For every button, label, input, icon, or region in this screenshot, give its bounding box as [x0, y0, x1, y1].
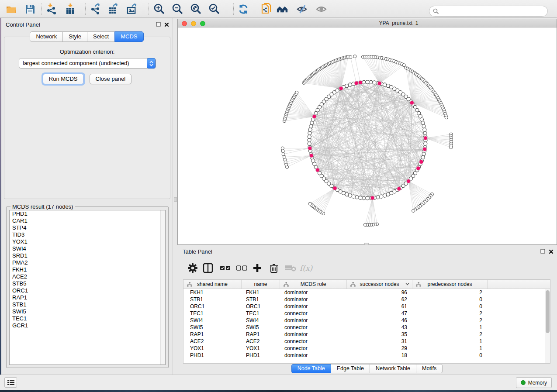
search-input[interactable] [439, 8, 547, 14]
mcds-result-item[interactable]: STP4 [10, 224, 165, 231]
table-row[interactable]: TEC1TEC1connector472 [183, 310, 550, 317]
column-header-successor-nodes[interactable]: successor nodes [347, 280, 412, 289]
network-node[interactable] [450, 146, 453, 149]
table-options-gear-icon[interactable] [188, 262, 197, 274]
network-node[interactable] [373, 81, 376, 84]
mcds-result-item[interactable]: PHD1 [10, 210, 165, 217]
network-node[interactable] [308, 131, 311, 135]
mcds-result-item[interactable]: STB5 [10, 280, 165, 287]
network-node[interactable] [310, 121, 314, 124]
save-icon[interactable] [24, 3, 36, 15]
delete-column-trash-icon[interactable] [270, 262, 278, 274]
network-node[interactable] [386, 193, 390, 196]
network-node[interactable] [295, 91, 298, 94]
network-node[interactable] [380, 195, 383, 198]
mcds-list-scrollbar[interactable] [160, 210, 165, 364]
network-node[interactable] [383, 83, 386, 86]
zoom-fit-icon[interactable] [190, 3, 202, 15]
mcds-result-item[interactable]: SRD1 [10, 252, 165, 259]
table-scrollbar[interactable] [545, 289, 550, 363]
mcds-result-item[interactable]: GCR1 [10, 322, 165, 329]
network-node[interactable] [369, 80, 373, 84]
show-neighbors-icon[interactable] [277, 3, 288, 15]
network-node[interactable] [281, 150, 284, 153]
network-node[interactable] [362, 196, 366, 200]
close-panel-icon[interactable] [164, 22, 169, 27]
mcds-hub-node[interactable] [315, 168, 319, 172]
tab-edge-table[interactable]: Edge Table [331, 364, 370, 373]
tab-select[interactable]: Select [87, 31, 115, 42]
network-node[interactable] [420, 118, 423, 121]
table-row[interactable]: PHD1PHD1dominator180 [183, 352, 550, 359]
network-node[interactable] [421, 155, 425, 159]
table-row[interactable]: FKH1FKH1dominator962 [183, 289, 550, 296]
network-node[interactable] [422, 152, 426, 156]
network-node[interactable] [311, 159, 315, 162]
network-node[interactable] [423, 128, 426, 131]
network-node[interactable] [308, 142, 311, 145]
table-mode-icon[interactable] [203, 262, 213, 274]
mcds-hub-node[interactable] [406, 179, 410, 183]
network-node[interactable] [366, 80, 369, 84]
mcds-hub-node[interactable] [309, 154, 313, 158]
close-panel-button[interactable]: Close panel [90, 74, 132, 84]
mcds-hub-node[interactable] [354, 81, 358, 85]
network-node[interactable] [353, 55, 356, 58]
network-node[interactable] [352, 195, 355, 198]
network-node[interactable] [349, 55, 352, 58]
table-row[interactable]: SWI4SWI4dominator462 [183, 317, 550, 324]
column-header-name[interactable]: name [242, 280, 280, 289]
table-row[interactable]: YOX1YOX1connector291 [183, 345, 550, 352]
mcds-hub-node[interactable] [419, 160, 423, 164]
network-node[interactable] [421, 121, 425, 124]
table-row[interactable]: SWI5SWI5connector431 [183, 324, 550, 331]
mcds-result-item[interactable]: SWI4 [10, 245, 165, 252]
network-node[interactable] [308, 135, 311, 138]
mcds-result-item[interactable]: ACE2 [10, 273, 165, 280]
network-node[interactable] [363, 223, 367, 226]
mcds-result-item[interactable]: ORC1 [10, 287, 165, 294]
network-node[interactable] [376, 196, 380, 199]
refresh-icon[interactable] [237, 3, 249, 15]
network-window-titlebar[interactable]: YPA_prune.txt_1 [178, 19, 557, 28]
table-row[interactable]: ACE2ACE2connector311 [183, 338, 550, 345]
task-history-button[interactable] [4, 377, 17, 388]
mcds-result-item[interactable]: STB1 [10, 301, 165, 308]
column-header-shared-name[interactable]: shared name [183, 280, 242, 289]
run-mcds-button[interactable]: Run MCDS [43, 74, 84, 84]
network-node[interactable] [366, 196, 369, 200]
import-table-icon[interactable] [65, 3, 76, 15]
export-image-icon[interactable] [126, 3, 138, 15]
network-node[interactable] [345, 84, 349, 88]
mcds-hub-node[interactable] [370, 196, 374, 200]
clone-network-icon[interactable] [260, 3, 272, 15]
tab-node-table[interactable]: Node Table [291, 364, 331, 373]
float-panel-icon[interactable] [540, 249, 546, 254]
tab-motifs[interactable]: Motifs [416, 364, 443, 373]
zoom-selected-icon[interactable] [208, 3, 220, 15]
close-panel-icon[interactable] [549, 249, 554, 254]
export-network-icon[interactable] [90, 3, 102, 15]
mcds-hub-node[interactable] [308, 146, 312, 150]
deselect-all-icon[interactable] [236, 262, 247, 274]
tab-mcds[interactable]: MCDS [114, 31, 143, 42]
table-scrollbar-thumb[interactable] [546, 290, 550, 333]
mcds-hub-node[interactable] [397, 187, 401, 191]
network-node[interactable] [348, 194, 352, 197]
mcds-result-item[interactable]: TEC1 [10, 315, 165, 322]
show-eye-icon[interactable] [315, 3, 327, 15]
network-node[interactable] [309, 124, 313, 128]
mcds-hub-node[interactable] [377, 81, 381, 85]
table-row[interactable]: RAP1RAP1dominator352 [183, 331, 550, 338]
network-node[interactable] [412, 209, 415, 212]
mcds-result-item[interactable]: RAP1 [10, 294, 165, 301]
mcds-hub-node[interactable] [333, 186, 337, 190]
table-row[interactable]: ORC1ORC1dominator610 [183, 303, 550, 310]
network-node[interactable] [348, 83, 352, 86]
select-all-icon[interactable] [220, 262, 231, 274]
network-node[interactable] [359, 196, 362, 199]
network-node[interactable] [281, 147, 284, 150]
tab-style[interactable]: Style [62, 31, 87, 42]
column-header-MCDS-role[interactable]: MCDS role [280, 280, 347, 289]
mcds-hub-node[interactable] [423, 147, 427, 151]
